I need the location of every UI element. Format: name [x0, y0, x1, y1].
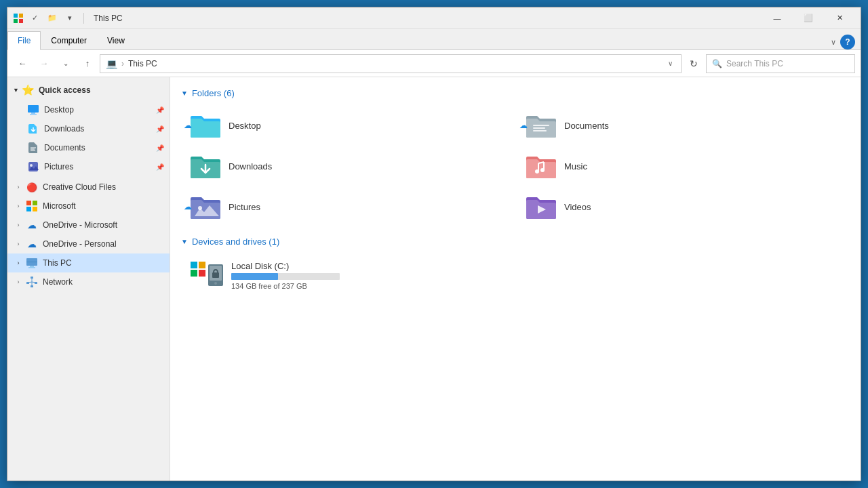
ribbon-help: ∨ ?: [831, 35, 861, 49]
minimize-button[interactable]: —: [762, 7, 793, 29]
creative-cloud-icon: 🔴: [25, 180, 39, 194]
title-separator: [83, 13, 84, 24]
drive-free-label: 134 GB free of 237 GB: [231, 282, 340, 290]
address-path: This PC: [128, 59, 157, 68]
drive-bar-container: [231, 273, 340, 280]
sidebar-item-documents[interactable]: Documents 📌: [7, 138, 170, 157]
sidebar-item-microsoft[interactable]: › Microsoft: [7, 197, 170, 216]
svg-rect-12: [33, 201, 37, 205]
local-disk-info: Local Disk (C:) 134 GB free of 237 GB: [231, 261, 340, 290]
svg-point-10: [30, 164, 33, 167]
svg-rect-18: [28, 267, 35, 268]
tab-computer[interactable]: Computer: [41, 31, 97, 50]
drive-item-local-disk[interactable]: Local Disk (C:) 134 GB free of 237 GB: [181, 255, 482, 296]
maximize-button[interactable]: ⬜: [793, 7, 824, 29]
folders-section-header[interactable]: ▼ Folders (6): [181, 88, 850, 98]
quick-access-header[interactable]: ▼ ⭐ Quick access: [7, 80, 170, 100]
documents-icon: [26, 141, 40, 155]
music-folder-name: Music: [564, 161, 587, 171]
sidebar-this-pc-label: This PC: [43, 258, 164, 268]
qab-dropdown[interactable]: ▾: [62, 11, 78, 26]
sidebar-creative-cloud-label: Creative Cloud Files: [43, 182, 164, 192]
content-area: ▼ Folders (6) ☁ Desktop: [170, 77, 861, 481]
svg-rect-41: [212, 272, 219, 278]
recent-locations-button[interactable]: ⌄: [56, 54, 75, 73]
sidebar-item-pictures[interactable]: Pictures 📌: [7, 157, 170, 176]
sidebar-item-downloads[interactable]: Downloads 📌: [7, 119, 170, 138]
folder-item-desktop[interactable]: ☁ Desktop: [181, 106, 514, 144]
forward-button[interactable]: →: [35, 54, 54, 73]
tab-file[interactable]: File: [7, 31, 41, 50]
svg-rect-16: [26, 262, 37, 262]
svg-point-30: [535, 169, 539, 174]
svg-point-31: [540, 168, 545, 172]
network-expand-icon: ›: [13, 277, 24, 287]
sidebar-onedrive-ms-label: OneDrive - Microsoft: [43, 220, 164, 230]
svg-rect-22: [31, 285, 33, 287]
music-folder-icon: [525, 152, 557, 180]
downloads-folder-icon: [189, 152, 222, 180]
sidebar-downloads-label: Downloads: [44, 124, 156, 134]
videos-folder-name: Videos: [564, 202, 591, 212]
onedrive-personal-icon: ☁: [25, 237, 39, 251]
creative-cloud-expand-icon: ›: [13, 182, 24, 192]
pictures-cloud-icon: ☁: [184, 202, 192, 211]
microsoft-expand-icon: ›: [13, 201, 24, 211]
qab-checkmark[interactable]: ✓: [26, 11, 43, 26]
help-button[interactable]: ?: [840, 35, 855, 49]
devices-toggle-icon: ▼: [181, 238, 188, 245]
ribbon-tabs: File Computer View ∨ ?: [7, 29, 861, 49]
back-button[interactable]: ←: [13, 54, 32, 73]
sidebar-item-this-pc[interactable]: › This PC: [7, 253, 170, 272]
svg-rect-6: [30, 114, 37, 115]
svg-rect-17: [30, 266, 34, 267]
sidebar-downloads-pin: 📌: [156, 125, 164, 133]
folders-section-label: Folders (6): [192, 88, 235, 98]
pictures-folder-name: Pictures: [229, 202, 260, 212]
up-button[interactable]: ↑: [78, 54, 97, 73]
address-bar[interactable]: 💻 › This PC ∨: [100, 54, 682, 73]
tab-view[interactable]: View: [97, 31, 135, 50]
downloads-folder-name: Downloads: [229, 161, 272, 171]
file-explorer-window: ✓ 📁 ▾ This PC — ⬜ ✕ File Computer View: [7, 7, 861, 481]
sidebar-documents-pin: 📌: [156, 144, 164, 152]
address-dropdown-icon[interactable]: ∨: [665, 58, 675, 69]
folder-item-pictures[interactable]: ☁ Pictures: [181, 188, 514, 226]
folder-item-music[interactable]: Music: [517, 147, 850, 185]
sidebar-item-onedrive-personal[interactable]: › ☁ OneDrive - Personal: [7, 235, 170, 253]
local-disk-name: Local Disk (C:): [231, 261, 340, 271]
window-title: This PC: [94, 14, 123, 23]
svg-rect-27: [533, 125, 549, 126]
folder-item-videos[interactable]: Videos: [517, 188, 850, 226]
sidebar-documents-label: Documents: [44, 143, 156, 152]
title-bar-left: ✓ 📁 ▾ This PC: [13, 11, 762, 26]
sidebar-network-label: Network: [43, 277, 164, 287]
sidebar-item-onedrive-ms[interactable]: › ☁ OneDrive - Microsoft: [7, 216, 170, 235]
documents-cloud-icon: ☁: [519, 121, 528, 130]
folders-toggle-icon: ▼: [181, 89, 188, 97]
devices-section-header[interactable]: ▼ Devices and drives (1): [181, 237, 850, 247]
sidebar-item-creative-cloud[interactable]: › 🔴 Creative Cloud Files: [7, 178, 170, 197]
sidebar-item-desktop[interactable]: Desktop 📌: [7, 100, 170, 119]
navigation-bar: ← → ⌄ ↑ 💻 › This PC ∨ ↻ 🔍 Search This PC: [7, 50, 861, 77]
devices-section-label: Devices and drives (1): [192, 237, 279, 247]
address-pc-icon: 💻: [106, 58, 117, 69]
search-placeholder: Search This PC: [726, 59, 783, 68]
window-controls: — ⬜ ✕: [762, 7, 855, 29]
sidebar-item-network[interactable]: › Network: [7, 272, 170, 291]
folder-item-documents[interactable]: ☁ Documents: [517, 106, 850, 144]
this-pc-icon: [25, 256, 39, 270]
svg-rect-3: [19, 19, 23, 23]
close-button[interactable]: ✕: [824, 7, 855, 29]
svg-rect-13: [26, 207, 31, 211]
svg-rect-37: [199, 270, 205, 277]
quick-access-toolbar: ✓ 📁 ▾: [26, 11, 78, 26]
qab-folder[interactable]: 📁: [44, 11, 60, 26]
search-bar[interactable]: 🔍 Search This PC: [706, 54, 855, 73]
refresh-button[interactable]: ↻: [684, 54, 703, 73]
drive-bar-fill: [231, 273, 278, 280]
devices-section: ▼ Devices and drives (1): [181, 237, 850, 296]
folder-item-downloads[interactable]: Downloads: [181, 147, 514, 185]
svg-rect-19: [31, 277, 33, 279]
svg-rect-5: [31, 113, 35, 114]
